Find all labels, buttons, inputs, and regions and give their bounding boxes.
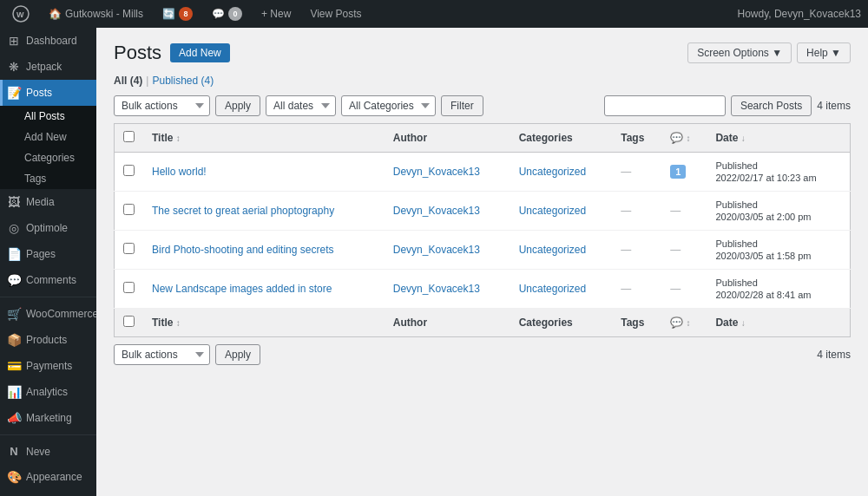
filter-button[interactable]: Filter	[441, 95, 483, 116]
comment-count-bubble[interactable]: 1	[670, 165, 686, 179]
site-name-item[interactable]: 🏠 Gutkowski - Mills	[43, 0, 148, 28]
woocommerce-icon: 🛒	[7, 307, 21, 321]
sidebar-item-media[interactable]: 🖼 Media	[0, 189, 96, 215]
author-cell: Devyn_Kovacek13	[385, 153, 510, 192]
footer-header-comments[interactable]: 💬 ↕	[661, 309, 707, 337]
add-new-button[interactable]: Add New	[170, 43, 230, 62]
jetpack-icon: ❋	[7, 60, 21, 74]
neve-icon: N	[7, 445, 21, 458]
row-checkbox[interactable]	[123, 243, 135, 254]
new-item[interactable]: + New	[256, 0, 296, 28]
author-cell: Devyn_Kovacek13	[385, 192, 510, 231]
sidebar-item-optimole[interactable]: ◎ Optimole	[0, 215, 96, 241]
search-input[interactable]	[604, 95, 726, 116]
author-link[interactable]: Devyn_Kovacek13	[393, 205, 480, 217]
wp-logo-icon: W	[12, 5, 30, 23]
row-checkbox[interactable]	[123, 165, 135, 176]
sidebar-item-appearance[interactable]: 🎨 Appearance	[0, 464, 96, 490]
sidebar-item-label: Appearance	[26, 471, 82, 483]
header-comments[interactable]: 💬 ↕	[661, 124, 707, 153]
footer-header-title[interactable]: Title ↕	[143, 309, 385, 337]
sidebar-divider-2	[0, 434, 96, 435]
comments-menu-icon: 💬	[7, 273, 21, 287]
sidebar-sub-item-all-posts[interactable]: All Posts	[17, 106, 96, 127]
sidebar-item-neve[interactable]: N Neve	[0, 439, 96, 464]
sidebar-item-analytics[interactable]: 📊 Analytics	[0, 379, 96, 405]
title-sort-icon: ↕	[176, 134, 181, 143]
comments-item[interactable]: 💬 0	[207, 0, 247, 28]
category-link[interactable]: Uncategorized	[519, 283, 586, 295]
posts-icon: 📝	[7, 86, 21, 100]
footer-header-author: Author	[385, 309, 510, 337]
date-cell: Published 2022/02/17 at 10:23 am	[707, 153, 850, 192]
category-link[interactable]: Uncategorized	[519, 166, 586, 178]
sidebar-item-pages[interactable]: 📄 Pages	[0, 241, 96, 267]
sidebar-item-payments[interactable]: 💳 Payments	[0, 353, 96, 379]
category-link[interactable]: Uncategorized	[519, 244, 586, 256]
wp-logo-item[interactable]: W	[7, 0, 35, 28]
header-tags: Tags	[612, 124, 661, 153]
row-checkbox-cell	[115, 192, 144, 231]
date-value: 2020/03/05 at 1:58 pm	[715, 251, 811, 261]
header-title[interactable]: Title ↕	[143, 124, 385, 153]
comment-dash: —	[670, 205, 681, 217]
table-row: The secret to great aerial phoptography …	[115, 192, 851, 231]
footer-header-date[interactable]: Date ↓	[707, 309, 850, 337]
sidebar-sub-item-tags[interactable]: Tags	[17, 168, 96, 189]
apply-button-top[interactable]: Apply	[215, 95, 260, 116]
tags-cell: —	[612, 231, 661, 270]
filter-tab-published[interactable]: Published (4)	[152, 75, 214, 87]
author-link[interactable]: Devyn_Kovacek13	[393, 244, 480, 256]
bulk-actions-select-bottom[interactable]: Bulk actions Edit Move to Trash	[114, 344, 210, 365]
select-all-checkbox[interactable]	[123, 131, 135, 142]
top-right-buttons: Screen Options ▼ Help ▼	[687, 42, 851, 63]
categories-select[interactable]: All Categories	[341, 95, 436, 116]
sidebar-sub-item-categories[interactable]: Categories	[17, 147, 96, 168]
filter-sep: |	[146, 75, 148, 87]
header-date[interactable]: Date ↓	[707, 124, 850, 153]
sidebar-item-woocommerce[interactable]: 🛒 WooCommerce	[0, 301, 96, 327]
dates-select[interactable]: All dates	[266, 95, 336, 116]
sidebar-item-label: Pages	[26, 248, 56, 260]
sidebar-item-plugins[interactable]: 🔌 Plugins 7	[0, 490, 96, 496]
sidebar-item-label: Jetpack	[26, 61, 62, 73]
category-cell: Uncategorized	[510, 270, 613, 309]
help-button[interactable]: Help ▼	[797, 42, 851, 63]
bulk-actions-select-top[interactable]: Bulk actions Edit Move to Trash	[114, 95, 210, 116]
search-posts-button[interactable]: Search Posts	[731, 95, 812, 116]
updates-item[interactable]: 🔄 8	[157, 0, 198, 28]
post-title-link[interactable]: Bird Photo-shooting and editing secrets	[152, 244, 333, 256]
updates-badge: 8	[179, 7, 193, 21]
post-title-link[interactable]: Hello world!	[152, 166, 207, 178]
view-posts-item[interactable]: View Posts	[305, 0, 366, 28]
comments-icon: 💬	[212, 8, 225, 20]
posts-submenu: All Posts Add New Categories Tags	[0, 106, 96, 189]
sidebar-item-marketing[interactable]: 📣 Marketing	[0, 405, 96, 431]
filter-tab-all[interactable]: All (4)	[114, 75, 142, 87]
sidebar-item-label: Optimole	[26, 222, 68, 234]
date-cell: Published 2020/02/28 at 8:41 am	[707, 270, 850, 309]
analytics-icon: 📊	[7, 385, 21, 399]
category-link[interactable]: Uncategorized	[519, 205, 586, 217]
post-title-link[interactable]: The secret to great aerial phoptography	[152, 205, 334, 217]
comments-cell: —	[661, 231, 707, 270]
category-cell: Uncategorized	[510, 231, 613, 270]
sidebar-item-posts[interactable]: 📝 Posts	[0, 80, 96, 106]
sidebar-item-dashboard[interactable]: ⊞ Dashboard	[0, 28, 96, 54]
screen-options-button[interactable]: Screen Options ▼	[687, 42, 792, 63]
filter-tabs: All (4) | Published (4)	[114, 75, 851, 87]
apply-button-bottom[interactable]: Apply	[215, 344, 260, 365]
author-link[interactable]: Devyn_Kovacek13	[393, 166, 480, 178]
sidebar-item-comments[interactable]: 💬 Comments	[0, 267, 96, 293]
row-checkbox[interactable]	[123, 204, 135, 215]
sidebar-sub-item-add-new[interactable]: Add New	[17, 127, 96, 147]
row-checkbox[interactable]	[123, 282, 135, 293]
post-title-link[interactable]: New Landscape images added in store	[152, 283, 332, 295]
payments-icon: 💳	[7, 359, 21, 373]
date-cell: Published 2020/03/05 at 2:00 pm	[707, 192, 850, 231]
author-link[interactable]: Devyn_Kovacek13	[393, 283, 480, 295]
date-value: 2022/02/17 at 10:23 am	[715, 173, 816, 183]
select-all-checkbox-bottom[interactable]	[123, 316, 135, 327]
sidebar-item-jetpack[interactable]: ❋ Jetpack	[0, 54, 96, 80]
sidebar-item-products[interactable]: 📦 Products	[0, 327, 96, 353]
